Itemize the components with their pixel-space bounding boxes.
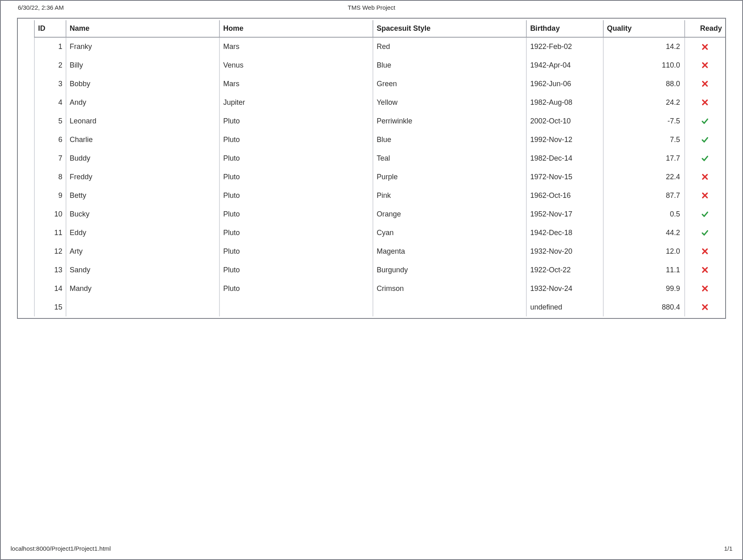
cell-quality: 110.0	[603, 56, 685, 74]
cell-ready	[685, 186, 725, 205]
col-header-name[interactable]: Name	[66, 20, 219, 37]
check-icon	[700, 117, 709, 125]
cell-style: Purple	[373, 168, 526, 186]
cell-birthday: undefined	[526, 298, 603, 316]
table-row[interactable]: 12ArtyPlutoMagenta1932-Nov-2012.0	[34, 242, 725, 261]
cell-id: 13	[34, 261, 66, 279]
print-page: 6/30/22, 2:36 AM TMS Web Project ID Name…	[0, 0, 743, 560]
table-container: ID Name Home Spacesuit Style Birthday Qu…	[17, 18, 726, 319]
cell-id: 8	[34, 168, 66, 186]
cell-style: Orange	[373, 205, 526, 223]
page-timestamp: 6/30/22, 2:36 AM	[18, 4, 64, 11]
cell-id: 3	[34, 74, 66, 93]
col-header-id[interactable]: ID	[34, 20, 66, 37]
cell-name: Sandy	[66, 261, 219, 279]
col-header-ready[interactable]: Ready	[685, 20, 725, 37]
cell-id: 7	[34, 149, 66, 168]
table-row[interactable]: 5LeonardPlutoPerriwinkle2002-Oct-10-7.5	[34, 112, 725, 130]
cell-birthday: 1942-Dec-18	[526, 223, 603, 242]
cell-style: Burgundy	[373, 261, 526, 279]
page-footer: localhost:8000/Project1/Project1.html 1/…	[9, 545, 734, 553]
footer-pagination: 1/1	[724, 545, 732, 552]
table-row[interactable]: 11EddyPlutoCyan1942-Dec-1844.2	[34, 223, 725, 242]
page-title: TMS Web Project	[348, 4, 395, 11]
cell-style: Pink	[373, 186, 526, 205]
table-row[interactable]: 8FreddyPlutoPurple1972-Nov-1522.4	[34, 168, 725, 186]
cell-home: Mars	[219, 37, 373, 56]
cell-id: 6	[34, 130, 66, 149]
x-icon	[700, 98, 709, 106]
cell-style: Teal	[373, 149, 526, 168]
cell-ready	[685, 37, 725, 56]
cell-birthday: 1962-Jun-06	[526, 74, 603, 93]
footer-url: localhost:8000/Project1/Project1.html	[11, 545, 111, 552]
table-row[interactable]: 13SandyPlutoBurgundy1922-Oct-2211.1	[34, 261, 725, 279]
cell-birthday: 1922-Feb-02	[526, 37, 603, 56]
cell-quality: 17.7	[603, 149, 685, 168]
cell-name	[66, 298, 219, 316]
cell-name: Betty	[66, 186, 219, 205]
table-row[interactable]: 10BuckyPlutoOrange1952-Nov-170.5	[34, 205, 725, 223]
cell-home: Pluto	[219, 130, 373, 149]
cell-birthday: 1982-Dec-14	[526, 149, 603, 168]
cell-name: Billy	[66, 56, 219, 74]
cell-name: Charlie	[66, 130, 219, 149]
cell-quality: 11.1	[603, 261, 685, 279]
cell-home: Pluto	[219, 223, 373, 242]
cell-quality: 22.4	[603, 168, 685, 186]
cell-style: Red	[373, 37, 526, 56]
cell-birthday: 1932-Nov-24	[526, 279, 603, 298]
cell-name: Franky	[66, 37, 219, 56]
x-icon	[700, 247, 709, 255]
x-icon	[700, 191, 709, 199]
col-header-birthday[interactable]: Birthday	[526, 20, 603, 37]
table-row[interactable]: 2BillyVenusBlue1942-Apr-04110.0	[34, 56, 725, 74]
cell-home: Pluto	[219, 168, 373, 186]
cell-style: Magenta	[373, 242, 526, 261]
cell-id: 2	[34, 56, 66, 74]
cell-quality: 44.2	[603, 223, 685, 242]
cell-id: 15	[34, 298, 66, 316]
table-row[interactable]: 14MandyPlutoCrimson1932-Nov-2499.9	[34, 279, 725, 298]
cell-id: 12	[34, 242, 66, 261]
cell-home: Mars	[219, 74, 373, 93]
cell-birthday: 1942-Apr-04	[526, 56, 603, 74]
col-header-quality[interactable]: Quality	[603, 20, 685, 37]
cell-ready	[685, 112, 725, 130]
cell-name: Leonard	[66, 112, 219, 130]
col-header-style[interactable]: Spacesuit Style	[373, 20, 526, 37]
cell-birthday: 1982-Aug-08	[526, 93, 603, 112]
cell-home: Pluto	[219, 279, 373, 298]
cell-name: Freddy	[66, 168, 219, 186]
table-row[interactable]: 1FrankyMarsRed1922-Feb-0214.2	[34, 37, 725, 56]
cell-birthday: 1952-Nov-17	[526, 205, 603, 223]
table-row[interactable]: 15undefined880.4	[34, 298, 725, 316]
cell-ready	[685, 93, 725, 112]
cell-ready	[685, 168, 725, 186]
check-icon	[700, 154, 709, 162]
cell-ready	[685, 130, 725, 149]
cell-ready	[685, 261, 725, 279]
x-icon	[700, 42, 709, 50]
cell-style	[373, 298, 526, 316]
table-row[interactable]: 6CharliePlutoBlue1992-Nov-127.5	[34, 130, 725, 149]
table-row[interactable]: 9BettyPlutoPink1962-Oct-1687.7	[34, 186, 725, 205]
cell-quality: 24.2	[603, 93, 685, 112]
cell-birthday: 2002-Oct-10	[526, 112, 603, 130]
table-row[interactable]: 3BobbyMarsGreen1962-Jun-0688.0	[34, 74, 725, 93]
table-row[interactable]: 4AndyJupiterYellow1982-Aug-0824.2	[34, 93, 725, 112]
cell-name: Buddy	[66, 149, 219, 168]
cell-home: Pluto	[219, 112, 373, 130]
data-table: ID Name Home Spacesuit Style Birthday Qu…	[34, 20, 725, 316]
cell-ready	[685, 205, 725, 223]
cell-birthday: 1932-Nov-20	[526, 242, 603, 261]
cell-id: 1	[34, 37, 66, 56]
table-header-row: ID Name Home Spacesuit Style Birthday Qu…	[34, 20, 725, 37]
table-row[interactable]: 7BuddyPlutoTeal1982-Dec-1417.7	[34, 149, 725, 168]
cell-birthday: 1922-Oct-22	[526, 261, 603, 279]
cell-style: Green	[373, 74, 526, 93]
cell-quality: -7.5	[603, 112, 685, 130]
cell-quality: 14.2	[603, 37, 685, 56]
cell-quality: 99.9	[603, 279, 685, 298]
col-header-home[interactable]: Home	[219, 20, 373, 37]
